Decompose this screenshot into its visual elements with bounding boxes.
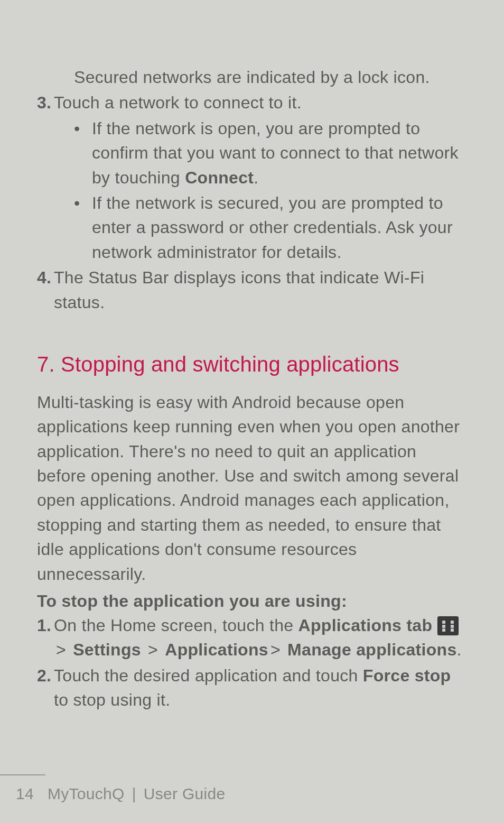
gt-2: > [148,640,158,659]
stop-step-1-text: On the Home screen, touch the Applicatio… [54,613,467,662]
text: Secured networks are indicated by a lock… [74,68,430,87]
step-4-text: The Status Bar displays icons that indic… [54,265,467,315]
dot: . [457,640,462,659]
text-a: On the Home screen, touch the [54,616,298,635]
step-3-bullet-1: • If the network is open, you are prompt… [74,116,467,190]
force-stop-label: Force stop [363,666,451,685]
step-3-text: Touch a network to connect to it. [54,90,467,115]
step-4: 4. The Status Bar displays icons that in… [37,265,467,315]
text-b: . [254,168,258,187]
step-4-number: 4. [37,265,54,315]
section-7-paragraph: Multi-tasking is easy with Android becau… [37,390,467,586]
step-3-bullet-2-text: If the network is secured, you are promp… [92,191,467,264]
settings-label: Settings [73,640,141,659]
secured-networks-note: Secured networks are indicated by a lock… [74,65,467,89]
applications-tab-label: Applications tab [298,616,433,635]
text-a: If the network is open, you are prompted… [92,119,459,187]
step-3-bullet-1-text: If the network is open, you are prompted… [92,116,467,190]
footer-title: MyTouchQ [48,785,125,802]
apps-tab-icon [437,616,459,635]
footer: 14 MyTouchQ|User Guide [0,785,504,803]
applications-label: Applications [165,640,268,659]
manage-applications-label: Manage applications [287,640,456,659]
text-b: to stop using it. [54,690,170,709]
gt-1: > [56,640,66,659]
gt-3: > [270,640,281,659]
step-3: 3. Touch a network to connect to it. [37,90,467,115]
stop-step-1-number: 1. [37,613,54,662]
stop-app-subheading: To stop the application you are using: [37,591,467,611]
bullet-dot: • [74,191,92,264]
stop-step-2-number: 2. [37,663,54,713]
text-a: Touch the desired application and touch [54,666,363,685]
step-3-bullet-2: • If the network is secured, you are pro… [74,191,467,264]
section-7-heading: 7. Stopping and switching applications [37,353,467,376]
bullet-dot: • [74,116,92,190]
stop-step-2: 2. Touch the desired application and tou… [37,663,467,713]
footer-line [0,774,45,775]
footer-separator: | [132,785,136,802]
footer-guide: User Guide [144,785,226,802]
connect-label: Connect [185,168,254,187]
step-3-number: 3. [37,90,54,115]
page-number: 14 [16,785,34,802]
stop-step-2-text: Touch the desired application and touch … [54,663,467,713]
stop-step-1: 1. On the Home screen, touch the Applica… [37,613,467,662]
